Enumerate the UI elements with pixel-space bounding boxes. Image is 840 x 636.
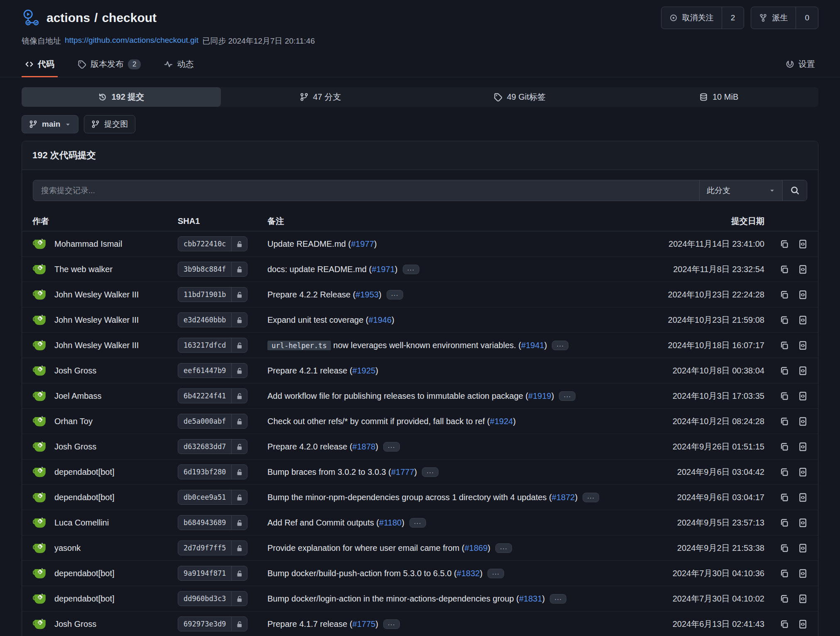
commit-issue-link[interactable]: #1941	[521, 341, 544, 350]
copy-sha-button[interactable]	[779, 543, 789, 553]
commit-sha-badge[interactable]: 9a9194f871	[178, 566, 247, 581]
commit-issue-link[interactable]: #1831	[519, 594, 542, 603]
copy-sha-button[interactable]	[779, 493, 789, 502]
commit-more-button[interactable]: ···	[403, 265, 419, 274]
commit-sha-badge[interactable]: de5a000abf	[178, 414, 247, 429]
mirror-url-link[interactable]: https://github.com/actions/checkout.git	[65, 36, 198, 47]
browse-code-button[interactable]	[798, 391, 808, 401]
commit-issue-link[interactable]: #1775	[353, 619, 376, 629]
browse-code-button[interactable]	[798, 366, 808, 376]
commit-more-button[interactable]: ···	[383, 619, 400, 629]
copy-sha-button[interactable]	[779, 417, 789, 426]
browse-code-button[interactable]	[798, 619, 808, 629]
commit-more-button[interactable]: ···	[387, 290, 403, 300]
commit-issue-link[interactable]: #1919	[528, 391, 551, 400]
commit-search-input[interactable]	[33, 180, 699, 201]
commit-sha-badge[interactable]: 6d193bf280	[178, 464, 247, 479]
branch-filter-dropdown[interactable]: 此分支	[699, 180, 782, 201]
commit-issue-link[interactable]: #1869	[465, 543, 488, 553]
chevron-down-icon	[65, 121, 71, 128]
browse-code-button[interactable]	[798, 467, 808, 477]
copy-sha-button[interactable]	[779, 619, 789, 629]
copy-sha-button[interactable]	[779, 518, 789, 528]
commit-sha-badge[interactable]: b684943689	[178, 515, 247, 530]
commit-issue-link[interactable]: #1953	[355, 290, 379, 299]
browse-code-button[interactable]	[798, 265, 808, 274]
browse-code-button[interactable]	[798, 341, 808, 350]
copy-sha-button[interactable]	[779, 341, 789, 350]
commit-more-button[interactable]: ···	[583, 493, 599, 502]
stat-tags[interactable]: 49 Git标签	[420, 87, 620, 107]
copy-sha-button[interactable]	[779, 442, 789, 452]
stat-branches[interactable]: 47 分支	[221, 87, 420, 107]
browse-code-button[interactable]	[798, 543, 808, 553]
browse-code-button[interactable]	[798, 493, 808, 502]
commit-sha-badge[interactable]: eef61447b9	[178, 363, 247, 378]
commit-more-button[interactable]: ···	[550, 594, 566, 604]
commit-graph-button[interactable]: 提交图	[84, 115, 135, 133]
commit-issue-link[interactable]: #1925	[353, 366, 376, 375]
tab-releases[interactable]: 版本发布 2	[74, 52, 144, 77]
file-code-icon	[798, 417, 808, 426]
browse-code-button[interactable]	[798, 239, 808, 249]
commit-sha-badge[interactable]: 3b9b8c884f	[178, 262, 247, 277]
browse-code-button[interactable]	[798, 290, 808, 300]
tab-activity[interactable]: 动态	[161, 52, 197, 77]
browse-code-button[interactable]	[798, 594, 808, 604]
commit-search-button[interactable]	[782, 180, 807, 201]
watch-count[interactable]: 2	[722, 7, 744, 29]
commit-more-button[interactable]: ···	[552, 341, 568, 350]
commit-more-button[interactable]: ···	[487, 569, 504, 578]
commit-sha-badge[interactable]: dd960bd3c3	[178, 591, 247, 606]
browse-code-button[interactable]	[798, 315, 808, 325]
browse-code-button[interactable]	[798, 569, 808, 578]
copy-sha-button[interactable]	[779, 290, 789, 300]
commit-more-button[interactable]: ···	[422, 467, 438, 477]
copy-sha-button[interactable]	[779, 315, 789, 325]
stat-commits[interactable]: 192 提交	[22, 87, 221, 107]
commit-more-button[interactable]: ···	[409, 518, 426, 528]
browse-code-button[interactable]	[798, 442, 808, 452]
copy-sha-button[interactable]	[779, 366, 789, 376]
commit-row: dependabot[bot] 9a9194f871 Bump docker/b…	[22, 561, 818, 586]
commit-sha-badge[interactable]: db0cee9a51	[178, 490, 247, 505]
commit-sha-badge[interactable]: d632683dd7	[178, 439, 247, 454]
branch-selector[interactable]: main	[22, 115, 78, 133]
commit-issue-link[interactable]: #1777	[391, 467, 414, 476]
copy-sha-button[interactable]	[779, 265, 789, 274]
browse-code-button[interactable]	[798, 417, 808, 426]
commit-issue-link[interactable]: #1924	[490, 417, 513, 426]
commit-issue-link[interactable]: #1878	[353, 442, 376, 451]
copy-sha-button[interactable]	[779, 594, 789, 604]
commit-sha-badge[interactable]: 6b42224f41	[178, 388, 247, 403]
copy-sha-button[interactable]	[779, 467, 789, 477]
commit-more-button[interactable]: ···	[495, 543, 512, 553]
tab-settings[interactable]: 设置	[782, 52, 818, 77]
unwatch-button[interactable]: 取消关注 2	[661, 7, 744, 29]
commit-more-button[interactable]: ···	[383, 442, 400, 452]
commit-sha-badge[interactable]: 692973e3d9	[178, 616, 247, 631]
stat-size[interactable]: 10 MiB	[619, 87, 818, 107]
commit-sha-badge[interactable]: 11bd71901b	[178, 287, 247, 302]
tab-code[interactable]: 代码	[22, 52, 58, 77]
commit-author-name: dependabot[bot]	[54, 493, 115, 502]
copy-sha-button[interactable]	[779, 391, 789, 401]
repo-name-link[interactable]: checkout	[102, 11, 157, 25]
commit-sha-badge[interactable]: 163217dfcd	[178, 338, 247, 353]
repo-owner-link[interactable]: actions	[47, 11, 90, 25]
fork-count[interactable]: 0	[796, 7, 818, 29]
fork-button[interactable]: 派生 0	[751, 7, 818, 29]
copy-sha-button[interactable]	[779, 239, 789, 249]
commit-issue-link[interactable]: #1832	[457, 569, 480, 578]
commit-issue-link[interactable]: #1872	[552, 493, 575, 502]
commit-issue-link[interactable]: #1946	[368, 315, 392, 324]
commit-more-button[interactable]: ···	[559, 391, 576, 401]
commit-sha-badge[interactable]: cbb722410c	[178, 236, 247, 251]
commit-sha-badge[interactable]: 2d7d9f7ff5	[178, 540, 247, 555]
browse-code-button[interactable]	[798, 518, 808, 528]
commit-issue-link[interactable]: #1180	[379, 518, 402, 527]
commit-sha-badge[interactable]: e3d2460bbb	[178, 312, 247, 327]
commit-issue-link[interactable]: #1971	[372, 265, 395, 274]
copy-sha-button[interactable]	[779, 569, 789, 578]
commit-issue-link[interactable]: #1977	[351, 239, 374, 248]
